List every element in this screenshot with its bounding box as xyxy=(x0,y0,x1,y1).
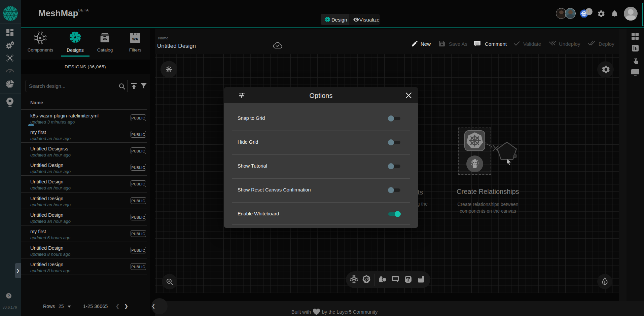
svg-text:?: ? xyxy=(8,294,10,298)
svg-text:WA: WA xyxy=(132,37,138,41)
